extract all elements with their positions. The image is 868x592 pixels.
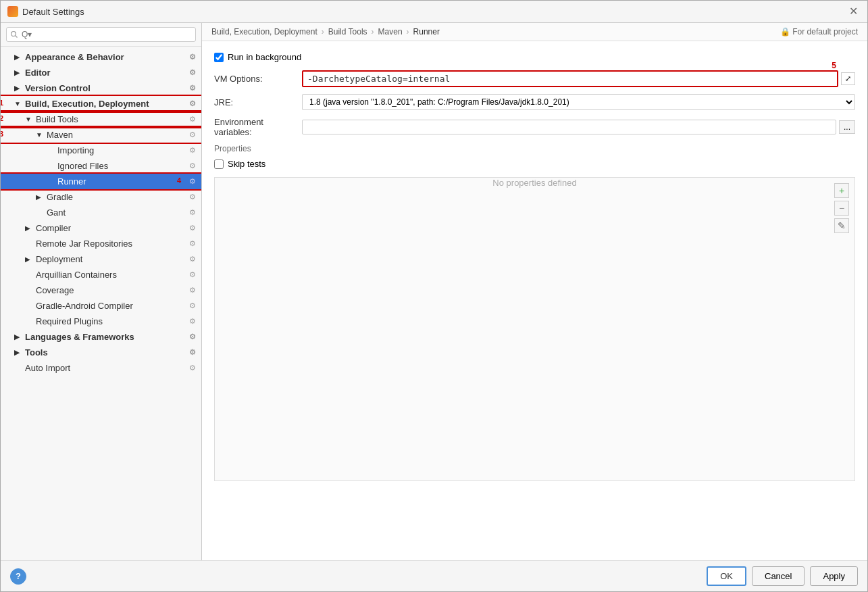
- jre-label: JRE:: [214, 97, 302, 107]
- sidebar-item-compiler[interactable]: ▶ Compiler ⚙: [1, 220, 201, 236]
- sync-icon: ⚙: [189, 301, 196, 310]
- breadcrumb-sep-3: ›: [407, 27, 409, 36]
- sidebar-item-label: Runner: [57, 176, 86, 187]
- title-bar-left: Default Settings: [7, 6, 84, 17]
- sidebar-item-appearance[interactable]: ▶ Appearance & Behavior ⚙: [1, 49, 201, 65]
- breadcrumb-path: Build, Execution, Deployment › Build Too…: [211, 27, 440, 36]
- arrow-icon: ▶: [14, 84, 22, 92]
- search-input[interactable]: [6, 27, 196, 42]
- sidebar-item-importing[interactable]: ▶ Importing ⚙: [1, 143, 201, 158]
- sidebar-item-languages[interactable]: ▶ Languages & Frameworks ⚙: [1, 329, 201, 345]
- sidebar-item-label: Auto Import: [25, 363, 70, 373]
- breadcrumb-sep-1: ›: [322, 27, 324, 36]
- vm-expand-button[interactable]: ⤢: [841, 72, 855, 85]
- sync-icon: ⚙: [189, 193, 196, 201]
- sidebar-item-remote-jar[interactable]: ▶ Remote Jar Repositories ⚙: [1, 236, 201, 251]
- skip-tests-label[interactable]: Skip tests: [228, 159, 265, 169]
- sync-icon: ⚙: [189, 364, 196, 372]
- sidebar-item-label: Version Control: [25, 83, 91, 93]
- lock-icon: 🔒: [780, 27, 790, 36]
- vm-options-row: VM Options: ⤢ 5: [214, 70, 855, 87]
- sidebar-item-coverage[interactable]: ▶ Coverage ⚙: [1, 282, 201, 298]
- properties-section-label: Properties: [214, 144, 855, 153]
- sidebar-item-version-control[interactable]: ▶ Version Control ⚙: [1, 80, 201, 96]
- run-in-background-row: Run in background: [214, 52, 855, 62]
- sidebar-item-label: Build, Execution, Deployment: [25, 99, 149, 109]
- arrow-icon: ▶: [14, 53, 22, 61]
- sidebar-item-ignored-files[interactable]: ▶ Ignored Files ⚙: [1, 158, 201, 174]
- sidebar-item-label: Appearance & Behavior: [25, 52, 124, 62]
- sidebar-item-editor[interactable]: ▶ Editor ⚙: [1, 65, 201, 80]
- remove-property-button[interactable]: −: [834, 201, 849, 216]
- sidebar-item-gant[interactable]: ▶ Gant ⚙: [1, 205, 201, 220]
- arrow-icon: ▼: [36, 131, 44, 139]
- run-in-background-label[interactable]: Run in background: [228, 52, 301, 62]
- help-button[interactable]: ?: [10, 568, 26, 585]
- arrow-icon: ▶: [14, 333, 22, 341]
- jre-row: JRE: 1.8 (java version "1.8.0_201", path…: [214, 94, 855, 110]
- properties-empty-text: No properties defined: [215, 178, 854, 188]
- sidebar-item-label: Coverage: [36, 285, 74, 295]
- sidebar-item-maven[interactable]: ▼ Maven ⚙: [1, 127, 201, 143]
- vm-options-input[interactable]: [302, 70, 838, 87]
- env-more-button[interactable]: ...: [839, 120, 855, 134]
- properties-panel: + − ✎ No properties defined: [214, 177, 855, 481]
- edit-property-button[interactable]: ✎: [834, 218, 849, 233]
- sidebar-item-build-tools[interactable]: ▼ Build Tools ⚙: [1, 112, 201, 127]
- add-property-button[interactable]: +: [834, 183, 849, 198]
- breadcrumb-runner: Runner: [413, 27, 440, 36]
- arrow-icon: ▼: [25, 116, 33, 123]
- run-in-background-checkbox[interactable]: [214, 53, 224, 62]
- sync-icon: ⚙: [189, 146, 196, 155]
- arrow-icon: ▶: [36, 193, 44, 201]
- apply-button[interactable]: Apply: [810, 566, 858, 586]
- close-button[interactable]: ✕: [846, 5, 861, 18]
- env-vars-input[interactable]: [302, 120, 836, 134]
- sidebar-item-label: Ignored Files: [57, 161, 108, 171]
- sidebar-item-gradle-android[interactable]: ▶ Gradle-Android Compiler ⚙: [1, 298, 201, 314]
- sync-icon: ⚙: [189, 208, 196, 217]
- annotation-2: 2: [1, 114, 3, 122]
- arrow-icon: ▶: [14, 349, 22, 356]
- sidebar-item-label: Gradle-Android Compiler: [36, 301, 133, 311]
- env-vars-row: Environment variables: ...: [214, 117, 855, 137]
- sync-icon: ⚙: [189, 130, 196, 139]
- annotation-3: 3: [1, 130, 3, 138]
- sidebar-item-label: Build Tools: [36, 114, 78, 124]
- search-bar: [1, 23, 201, 47]
- right-panel: Build, Execution, Deployment › Build Too…: [202, 23, 867, 560]
- skip-tests-row: Skip tests: [214, 159, 855, 169]
- for-default-label: For default project: [792, 27, 858, 36]
- sidebar-item-deployment[interactable]: ▶ Deployment ⚙: [1, 251, 201, 267]
- main-content: ▶ Appearance & Behavior ⚙ ▶ Editor ⚙ ▶ V…: [1, 23, 867, 560]
- sidebar-item-auto-import[interactable]: ▶ Auto Import ⚙: [1, 360, 201, 376]
- sidebar-item-required-plugins[interactable]: ▶ Required Plugins ⚙: [1, 314, 201, 329]
- arrow-icon: ▶: [25, 255, 33, 263]
- cancel-button[interactable]: Cancel: [752, 566, 805, 586]
- sidebar-item-runner[interactable]: ▶ Runner ⚙: [1, 174, 201, 189]
- breadcrumb-tools: Build Tools: [328, 27, 367, 36]
- sidebar-item-gradle[interactable]: ▶ Gradle ⚙: [1, 189, 201, 205]
- sidebar-item-build-exec[interactable]: ▼ Build, Execution, Deployment ⚙: [1, 96, 201, 112]
- skip-tests-checkbox[interactable]: [214, 159, 224, 169]
- sync-icon: ⚙: [189, 115, 196, 124]
- sync-icon: ⚙: [189, 99, 196, 108]
- app-icon: [7, 6, 18, 17]
- for-default-text: 🔒 For default project: [780, 27, 858, 36]
- properties-toolbar: + − ✎: [834, 183, 849, 233]
- sidebar-item-arquillian[interactable]: ▶ Arquillian Containers ⚙: [1, 267, 201, 282]
- sidebar-item-label: Tools: [25, 347, 48, 357]
- sync-icon: ⚙: [189, 317, 196, 326]
- bottom-bar: ? OK Cancel Apply: [1, 560, 867, 591]
- arrow-icon: ▶: [14, 69, 22, 76]
- sync-icon: ⚙: [189, 177, 196, 186]
- breadcrumb-build: Build, Execution, Deployment: [211, 27, 317, 36]
- no-properties-label: No properties defined: [492, 178, 576, 188]
- vm-options-label: VM Options:: [214, 74, 302, 84]
- sync-icon: ⚙: [189, 332, 196, 341]
- ok-button[interactable]: OK: [707, 566, 746, 586]
- jre-select[interactable]: 1.8 (java version "1.8.0_201", path: C:/…: [302, 94, 855, 110]
- sync-icon: ⚙: [189, 348, 196, 357]
- sidebar-item-tools[interactable]: ▶ Tools ⚙: [1, 345, 201, 360]
- sidebar-item-label: Arquillian Containers: [36, 270, 117, 280]
